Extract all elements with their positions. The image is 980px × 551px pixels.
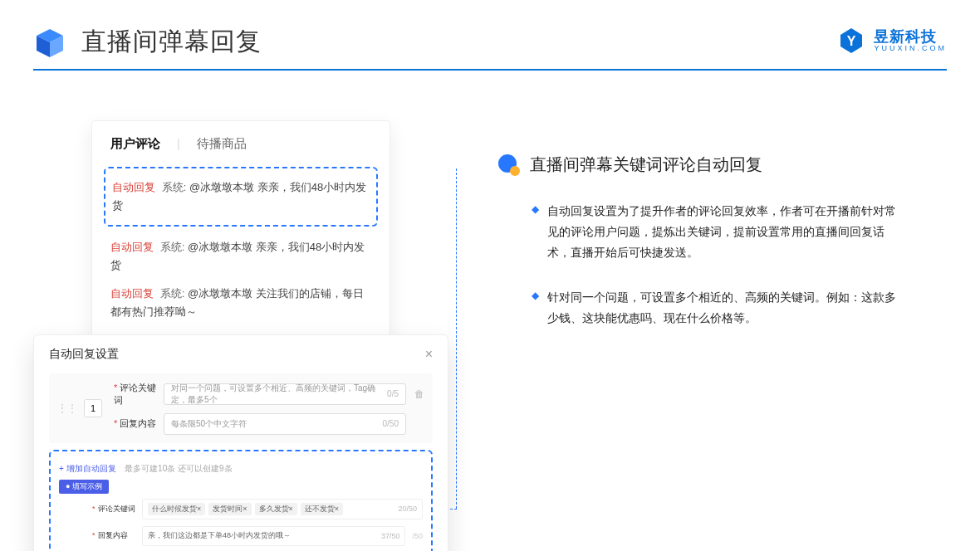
reply-placeholder: 每条限50个中文字符 [171, 418, 247, 430]
bullet-item: ◆ 自动回复设置为了提升作者的评论回复效率，作者可在开播前针对常见的评论用户问题… [498, 201, 897, 264]
reply-label: 回复内容 [114, 417, 164, 430]
form-row-group: ⋮⋮ 1 评论关键词 对同一个问题，可设置多个相近、高频的关键词，Tag确定，最… [49, 373, 433, 443]
svg-text:Y: Y [847, 34, 856, 48]
logo-cube-icon [33, 26, 66, 59]
ex-reply-text-box[interactable]: 亲，我们这边都是下单48小时内发货的哦～ 37/50 [142, 526, 405, 546]
comment-row: 自动回复 系统: @冰墩墩本墩 亲亲，我们48小时内发货 [110, 233, 371, 280]
brand-name: 昱新科技 [874, 29, 947, 44]
tag: 什么时候发货× [148, 503, 205, 515]
comment-row: 自动回复 系统: @冰墩墩本墩 亲亲，我们48小时内发货 [112, 173, 370, 220]
keyword-placeholder: 对同一个问题，可设置多个相近、高频的关键词，Tag确定，最多5个 [171, 383, 387, 406]
brand-icon: Y [837, 27, 865, 55]
auto-reply-tag: 自动回复 [110, 287, 154, 300]
bullet-mark-icon: ◆ [532, 203, 539, 215]
outer-counter: /50 [412, 532, 423, 540]
section-title: 直播间弹幕关键词评论自动回复 [530, 154, 762, 176]
tag: 发货时间× [208, 503, 251, 515]
bullet-item: ◆ 针对同一个问题，可设置多个相近的、高频的关键词。例如：这款多少钱、这块能优惠… [498, 287, 897, 329]
auto-reply-settings-card: 自动回复设置 × ⋮⋮ 1 评论关键词 对同一个问题，可设置多个相近、高频的关键… [33, 334, 448, 551]
ex-reply-text: 亲，我们这边都是下单48小时内发货的哦～ [148, 530, 291, 541]
bullet-text: 针对同一个问题，可设置多个相近的、高频的关键词。例如：这款多少钱、这块能优惠吗、… [547, 287, 897, 329]
ex-keyword-tags[interactable]: 什么时候发货× 发货时间× 多久发货× 还不发货× 20/50 [142, 499, 423, 519]
tab-user-comments[interactable]: 用户评论 [110, 136, 160, 152]
system-tag: 系统: [160, 241, 185, 253]
example-highlight-box: + 增加自动回复 最多可建10条 还可以创建9条 ● 填写示例 评论关键词 什么… [49, 450, 433, 551]
comments-tabs: 用户评论 | 待播商品 [110, 136, 371, 152]
tag: 多久发货× [255, 503, 297, 515]
tab-pending-products[interactable]: 待播商品 [197, 136, 247, 152]
ex-reply-label: 回复内容 [92, 530, 142, 541]
keyword-label: 评论关键词 [114, 382, 164, 407]
add-hint: 最多可建10条 还可以创建9条 [125, 464, 232, 473]
drag-handle-icon[interactable]: ⋮⋮ [57, 402, 77, 414]
bullet-mark-icon: ◆ [532, 290, 539, 301]
bullet-text: 自动回复设置为了提升作者的评论回复效率，作者可在开播前针对常见的评论用户问题，提… [547, 201, 897, 264]
close-icon[interactable]: × [425, 347, 433, 362]
keyword-input[interactable]: 对同一个问题，可设置多个相近、高频的关键词，Tag确定，最多5个 0/5 [164, 383, 406, 405]
settings-title: 自动回复设置 [49, 347, 119, 362]
tag: 还不发货× [301, 503, 343, 515]
add-auto-reply-link[interactable]: + 增加自动回复 [59, 464, 116, 473]
comment-row: 自动回复 系统: @冰墩墩本墩 关注我们的店铺，每日都有热门推荐呦～ [110, 280, 371, 326]
example-badge: ● 填写示例 [59, 480, 109, 494]
trash-icon[interactable]: 🗑 [414, 388, 424, 400]
comments-card: 用户评论 | 待播商品 自动回复 系统: @冰墩墩本墩 亲亲，我们48小时内发货… [91, 120, 390, 343]
bubble-icon [498, 154, 520, 176]
brand-sub: YUUXIN.COM [874, 44, 947, 52]
auto-reply-tag: 自动回复 [110, 241, 154, 253]
ex-kw-counter: 20/50 [398, 505, 417, 513]
reply-counter: 0/50 [383, 419, 399, 428]
highlighted-comment: 自动回复 系统: @冰墩墩本墩 亲亲，我们48小时内发货 [104, 167, 378, 227]
system-tag: 系统: [162, 181, 187, 193]
page-title: 直播间弹幕回复 [81, 25, 262, 59]
brand-block: Y 昱新科技 YUUXIN.COM [837, 27, 947, 55]
ex-reply-counter: 37/50 [381, 532, 400, 540]
auto-reply-tag: 自动回复 [112, 181, 155, 193]
tab-divider: | [177, 136, 180, 152]
row-number: 1 [84, 399, 102, 417]
section-header: 直播间弹幕关键词评论自动回复 [498, 154, 897, 176]
ex-keyword-label: 评论关键词 [92, 504, 142, 514]
keyword-counter: 0/5 [387, 389, 399, 398]
reply-input[interactable]: 每条限50个中文字符 0/50 [164, 413, 406, 435]
system-tag: 系统: [160, 287, 185, 300]
